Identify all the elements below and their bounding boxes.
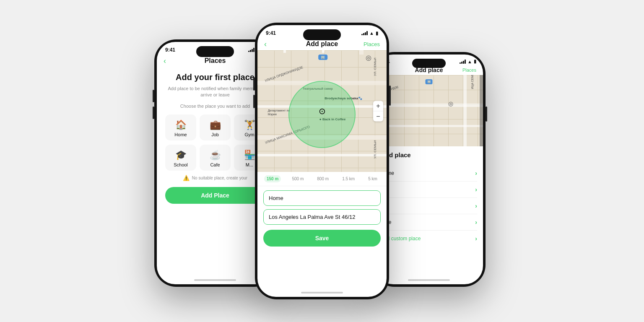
time-2: 9:41	[266, 30, 276, 36]
vol-down-button[interactable]	[153, 106, 154, 119]
chevron-job: ›	[475, 186, 477, 193]
map-place-badge: 🏢	[318, 55, 327, 60]
mini-road-v2	[480, 75, 483, 146]
form-area: Save	[257, 186, 387, 251]
add-place-list: Add place Home › Job › ...ol › Cafe ›	[375, 146, 483, 250]
add-place-list-title: Add place	[381, 150, 477, 160]
map-label-street4: УЛ. СЕМЬИ	[373, 58, 377, 76]
places-action[interactable]: Places	[364, 41, 380, 47]
back-btn-2[interactable]: ‹	[264, 40, 267, 49]
vol-up-2[interactable]	[253, 77, 255, 91]
list-item-job[interactable]: Job ›	[381, 182, 477, 198]
home-indicator-3	[408, 279, 450, 281]
map-area: УЛИЦА ОРДЖОНИКИДЗЕ УЛИЦА МАКСИМА ГОРЬКОГ…	[257, 50, 387, 172]
places-choose: Choose the place you want to add	[165, 104, 265, 109]
mini-map-label2: ИЦА СЕМЬИ	[470, 75, 473, 89]
map-label-street3: УЛ. СЕМЬИ	[373, 140, 377, 158]
market-emoji: 🏪	[244, 150, 255, 161]
battery-3: ▮	[474, 59, 476, 64]
job-label: Job	[211, 132, 219, 137]
signal-1	[248, 48, 254, 52]
dist-800m[interactable]: 800 m	[314, 175, 331, 182]
list-item-cafe[interactable]: Cafe ›	[381, 214, 477, 231]
dist-15km[interactable]: 1.5 km	[340, 175, 357, 182]
home-indicator-2	[301, 292, 343, 293]
place-name-input[interactable]	[263, 190, 381, 206]
list-item-school[interactable]: ...ol ›	[381, 198, 477, 214]
phone-2: 9:41 ▲ ▮ ‹ Add place Places	[255, 23, 389, 299]
cafe-emoji: ☕	[210, 150, 221, 161]
place-address-input[interactable]	[263, 209, 381, 225]
places-title: Places	[205, 57, 226, 65]
map-pin: ⊙	[319, 106, 326, 116]
no-place-row: ⚠️ No suitable place, create your	[165, 175, 265, 181]
no-place-text: No suitable place, create your	[192, 176, 247, 180]
zoom-out-btn[interactable]: −	[373, 112, 383, 122]
save-button[interactable]: Save	[263, 230, 381, 247]
mini-map: ДЖОНИКИДЗЕ ИЦА СЕМЬИ ◎ 🏢	[375, 75, 483, 146]
dynamic-island	[196, 46, 234, 57]
chevron-custom: ›	[475, 235, 477, 242]
vol-down-2[interactable]	[253, 95, 255, 108]
gym-label: Gym	[244, 132, 254, 137]
chevron-home: ›	[475, 170, 477, 177]
zoom-in-btn[interactable]: +	[373, 101, 383, 111]
dist-5km[interactable]: 5 km	[366, 175, 380, 182]
time-1: 9:41	[165, 47, 175, 53]
map-zoom-controls: + −	[373, 101, 383, 122]
dist-500m[interactable]: 500 m	[289, 175, 306, 182]
mini-compass: ◎	[448, 100, 453, 107]
cafe-label: Cafe	[210, 162, 220, 167]
chevron-school: ›	[475, 203, 477, 209]
poi-gov: Департамент поМэрия	[268, 109, 290, 116]
dynamic-island-3	[412, 59, 446, 68]
home-indicator-1	[194, 279, 236, 281]
wifi-3: ▲	[467, 59, 472, 64]
back-btn-1[interactable]: ‹	[164, 57, 166, 65]
power-2[interactable]	[389, 86, 391, 106]
dist-150m[interactable]: 150 m	[264, 175, 281, 182]
mini-place-badge: 🏢	[426, 79, 433, 84]
place-item-home[interactable]: 🏠 Home	[165, 114, 196, 140]
mini-road-v	[463, 75, 467, 146]
place-item-job[interactable]: 💼 Job	[200, 114, 231, 140]
warning-icon: ⚠️	[183, 175, 190, 181]
home-label: Home	[174, 132, 187, 137]
add-place-title: Add place	[306, 40, 338, 48]
job-emoji: 💼	[210, 119, 221, 130]
places-action-3[interactable]: Places	[462, 68, 476, 73]
list-item-custom[interactable]: Add custom place ›	[381, 231, 477, 247]
power-3[interactable]	[486, 106, 487, 122]
places-heading: Add your first place	[165, 72, 265, 82]
wifi-2: ▲	[369, 31, 374, 36]
chevron-cafe: ›	[475, 219, 477, 226]
battery-2: ▮	[376, 31, 378, 36]
list-item-home[interactable]: Home ›	[381, 165, 477, 182]
place-grid-row1: 🏠 Home 💼 Job 🏋️ Gym	[165, 114, 265, 140]
add-place-button-1[interactable]: Add Place	[165, 187, 265, 204]
place-item-cafe[interactable]: ☕ Cafe	[200, 145, 231, 171]
places-sub: Add place to be notified when family mem…	[165, 86, 265, 99]
signal-3	[460, 60, 466, 64]
vol-up-button[interactable]	[153, 90, 154, 102]
market-label: M...	[246, 162, 253, 167]
compass-icon[interactable]: ◎	[366, 54, 371, 62]
place-item-school[interactable]: 🎓 School	[165, 145, 196, 171]
school-label: School	[174, 162, 188, 167]
school-emoji: 🎓	[175, 150, 187, 161]
gym-emoji: 🏋️	[244, 119, 255, 130]
signal-2	[361, 31, 368, 35]
place-grid-row2: 🎓 School ☕ Cafe 🏪 M...	[165, 145, 265, 171]
home-emoji: 🏠	[175, 119, 187, 130]
dynamic-island-2	[303, 29, 341, 40]
distance-scale: 150 m 500 m 800 m 1.5 km 5 km	[257, 172, 387, 186]
